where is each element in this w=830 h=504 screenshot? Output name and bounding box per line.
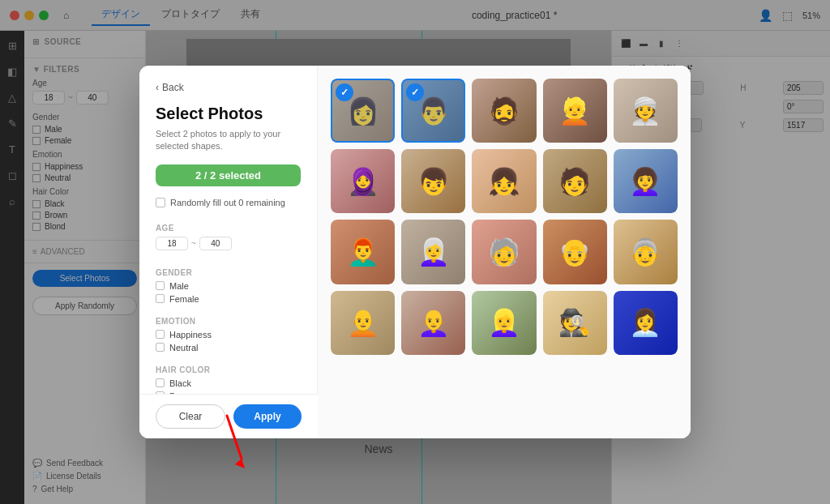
photo-item-6[interactable]: 🧕 bbox=[331, 149, 395, 213]
modal-happiness-filter[interactable]: Happiness bbox=[156, 330, 301, 340]
modal-age-range: ~ bbox=[156, 237, 301, 250]
modal-hair-label: Hair Color bbox=[156, 365, 301, 374]
photo-item-7[interactable]: 👦 bbox=[401, 149, 465, 213]
random-fill-checkbox[interactable] bbox=[156, 198, 165, 207]
svg-marker-1 bbox=[235, 459, 245, 468]
photo-item-2[interactable]: 👨✓ bbox=[401, 79, 465, 143]
modal-male-checkbox[interactable] bbox=[156, 281, 165, 290]
modal-male-filter[interactable]: Male bbox=[156, 281, 301, 291]
modal-photo-grid-container: 👩✓👨✓🧔👱👳🧕👦👧🧑👩‍🦱👨‍🦰👩‍🦳🧓👴👵🧑‍🦲👩‍🦲👱‍♀️🕵️👩‍💼 bbox=[318, 66, 691, 438]
photo-checkmark-1: ✓ bbox=[336, 83, 353, 101]
modal-subtitle: Select 2 photos to apply to your selecte… bbox=[156, 128, 301, 153]
photo-item-1[interactable]: 👩✓ bbox=[331, 79, 395, 143]
clear-button[interactable]: Clear bbox=[156, 404, 225, 429]
random-fill-row[interactable]: Randomly fill out 0 remaining bbox=[156, 198, 301, 207]
back-chevron-icon: ‹ bbox=[156, 82, 159, 93]
photo-item-12[interactable]: 👩‍🦳 bbox=[401, 220, 465, 284]
selected-badge: 2 / 2 selected bbox=[156, 164, 301, 186]
modal-happiness-checkbox[interactable] bbox=[156, 330, 165, 339]
modal-age-min[interactable] bbox=[156, 237, 188, 250]
modal-neutral-checkbox[interactable] bbox=[156, 343, 165, 352]
modal-emotion-label: Emotion bbox=[156, 317, 301, 326]
photo-item-5[interactable]: 👳 bbox=[614, 79, 678, 143]
photo-item-13[interactable]: 🧓 bbox=[472, 220, 536, 284]
modal-overlay: ‹ Back Select Photos Select 2 photos to … bbox=[0, 0, 830, 504]
modal-gender-filter: Gender Male Female bbox=[156, 268, 301, 307]
photo-item-3[interactable]: 🧔 bbox=[472, 79, 536, 143]
modal-age-filter: Age ~ bbox=[156, 224, 301, 258]
modal-title: Select Photos bbox=[156, 105, 301, 123]
modal-black-checkbox[interactable] bbox=[156, 378, 165, 387]
photo-item-20[interactable]: 👩‍💼 bbox=[614, 291, 678, 355]
photo-item-11[interactable]: 👨‍🦰 bbox=[331, 220, 395, 284]
modal-left-panel: ‹ Back Select Photos Select 2 photos to … bbox=[139, 66, 318, 438]
modal-footer: Clear Apply bbox=[139, 394, 318, 438]
select-photos-modal: ‹ Back Select Photos Select 2 photos to … bbox=[139, 66, 691, 438]
photo-grid: 👩✓👨✓🧔👱👳🧕👦👧🧑👩‍🦱👨‍🦰👩‍🦳🧓👴👵🧑‍🦲👩‍🦲👱‍♀️🕵️👩‍💼 bbox=[331, 79, 678, 355]
photo-item-19[interactable]: 🕵️ bbox=[543, 291, 607, 355]
modal-neutral-filter[interactable]: Neutral bbox=[156, 343, 301, 352]
modal-age-label: Age bbox=[156, 224, 301, 233]
photo-item-18[interactable]: 👱‍♀️ bbox=[472, 291, 536, 355]
apply-button[interactable]: Apply bbox=[233, 404, 302, 429]
modal-emotion-filter: Emotion Happiness Neutral bbox=[156, 317, 301, 356]
photo-item-17[interactable]: 👩‍🦲 bbox=[401, 291, 465, 355]
modal-age-max[interactable] bbox=[199, 237, 232, 250]
photo-item-9[interactable]: 🧑 bbox=[543, 149, 607, 213]
modal-female-checkbox[interactable] bbox=[156, 294, 165, 303]
modal-black-filter[interactable]: Black bbox=[156, 378, 301, 388]
modal-gender-label: Gender bbox=[156, 268, 301, 277]
photo-item-15[interactable]: 👵 bbox=[614, 220, 678, 284]
modal-female-filter[interactable]: Female bbox=[156, 294, 301, 304]
back-button[interactable]: ‹ Back bbox=[156, 82, 301, 93]
photo-item-8[interactable]: 👧 bbox=[472, 149, 536, 213]
photo-item-14[interactable]: 👴 bbox=[543, 220, 607, 284]
photo-item-4[interactable]: 👱 bbox=[543, 79, 607, 143]
photo-item-10[interactable]: 👩‍🦱 bbox=[614, 149, 678, 213]
photo-item-16[interactable]: 🧑‍🦲 bbox=[331, 291, 395, 355]
